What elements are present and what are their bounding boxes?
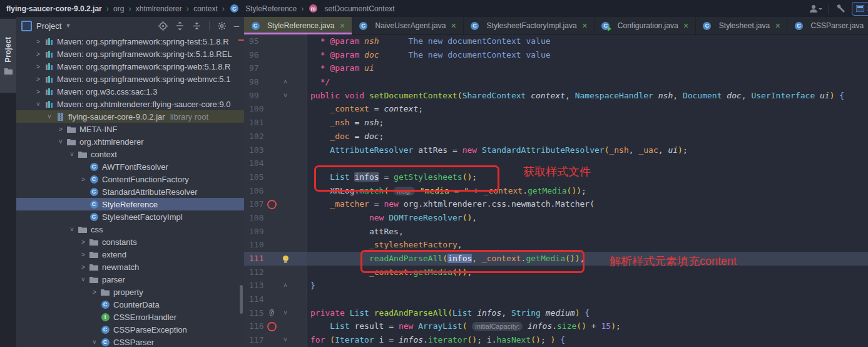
close-icon[interactable]: ✕ — [582, 22, 588, 30]
tree-item-stylereference[interactable]: CStyleReference — [16, 198, 244, 210]
code-line-95[interactable]: 95 * @param nsh The new documentContext … — [244, 34, 868, 48]
tab-cssparser-java[interactable]: CCSSParser.java✕ — [787, 17, 868, 34]
gutter[interactable]: 103 — [244, 143, 307, 157]
chevron-right-icon[interactable]: ˃ — [89, 289, 100, 296]
gutter[interactable]: 109 — [244, 225, 307, 239]
chevron-down-icon[interactable]: ˅ — [33, 101, 44, 108]
code-line-98[interactable]: 98˄ */ — [244, 75, 868, 89]
chevron-right-icon[interactable]: ˃ — [33, 38, 44, 45]
tree-item-maven-org-springframework-spring-web-5-1[interactable]: ˃Maven: org.springframework:spring-web:5… — [16, 60, 244, 73]
gutter[interactable]: 107 — [244, 197, 307, 211]
tree-item-org-xhtmlrenderer[interactable]: ˅org.xhtmlrenderer — [16, 135, 244, 148]
tree-item-maven-org-springframework-spring-tx-5-1-[interactable]: ˃Maven: org.springframework:spring-tx:5.… — [16, 48, 244, 60]
tree-item-counterdata[interactable]: CCounterData — [16, 298, 244, 311]
code-line-109[interactable]: 109 attRes, — [244, 225, 868, 239]
user-icon[interactable] — [809, 4, 822, 13]
breakpoint-icon[interactable] — [267, 197, 277, 211]
gutter[interactable]: 101 — [244, 116, 307, 130]
tree-item-meta-inf[interactable]: ˃META-INF — [16, 123, 244, 135]
tree-item-property[interactable]: ˃property — [16, 286, 244, 298]
code-line-111[interactable]: 111 readAndParseAll(infos, _context.getM… — [244, 252, 868, 266]
tree-item-css[interactable]: ˅css — [16, 223, 244, 236]
tree-item-parser[interactable]: ˅parser — [16, 273, 244, 286]
tab-configuration-java[interactable]: CConfiguration.java✕ — [595, 17, 696, 34]
fold-icon[interactable]: ˅ — [280, 89, 290, 103]
breakpoint-icon[interactable] — [267, 319, 277, 333]
hide-icon[interactable]: – — [234, 23, 239, 29]
close-icon[interactable]: ✕ — [683, 22, 689, 30]
tree-item-cssparseexception[interactable]: CCSSParseException — [16, 323, 244, 336]
gutter[interactable]: 99˅ — [244, 89, 307, 103]
chevron-right-icon[interactable]: ˃ — [78, 264, 89, 271]
tab-stylesheet-java[interactable]: CStylesheet.java✕ — [696, 17, 788, 34]
chevron-down-icon[interactable]: ˅ — [89, 339, 100, 346]
gutter[interactable]: 106 — [244, 184, 307, 198]
chevron-down-icon[interactable]: ▼ — [65, 23, 71, 29]
code-line-115[interactable]: 115@˅private List readAndParseAll(List i… — [244, 306, 868, 320]
breadcrumb-item-stylereference[interactable]: CStyleReference — [229, 4, 297, 14]
code-line-113[interactable]: 113˄} — [244, 279, 868, 293]
chevron-down-icon[interactable]: ˅ — [44, 113, 55, 120]
tree-scrollbar[interactable] — [240, 285, 243, 314]
expand-all-icon[interactable] — [175, 21, 185, 31]
code-line-107[interactable]: 107 _matcher = new org.xhtmlrenderer.css… — [244, 197, 868, 211]
breadcrumb-item-xhtmlrenderer[interactable]: xhtmlrenderer — [136, 4, 182, 13]
tree-item-context[interactable]: ˅context — [16, 148, 244, 160]
tab-stylereference-java[interactable]: CStyleReference.java✕ — [244, 17, 352, 34]
gutter[interactable]: 117˅ — [244, 333, 307, 347]
gutter[interactable]: 96 — [244, 48, 307, 62]
locate-icon[interactable] — [158, 21, 168, 31]
gutter[interactable]: 114 — [244, 293, 307, 306]
tree-item-constants[interactable]: ˃constants — [16, 236, 244, 248]
close-icon[interactable]: ✕ — [775, 22, 780, 30]
chevron-right-icon[interactable]: ˃ — [33, 63, 44, 70]
run-configuration[interactable]: S — [852, 2, 868, 16]
code-line-103[interactable]: 103 AttributeResolver attRes = new Stand… — [244, 143, 868, 157]
tree-item-flying-saucer-core-9-0-2-jar[interactable]: ˅flying-saucer-core-9.0.2.jarlibrary roo… — [16, 110, 244, 123]
code-line-97[interactable]: 97 * @param ui — [244, 61, 868, 75]
tree-item-maven-org-w3c-css-sac-1-3[interactable]: ˃Maven: org.w3c.css:sac:1.3 — [16, 85, 244, 98]
gutter[interactable]: 104 — [244, 157, 307, 170]
gutter[interactable]: 102 — [244, 130, 307, 143]
tree-item-contentfunctionfactory[interactable]: ˃CContentFunctionFactory — [16, 173, 244, 185]
breadcrumb-item-flying-saucer-core-9-0-2-jar[interactable]: flying-saucer-core-9.0.2.jar — [6, 4, 102, 13]
code-line-117[interactable]: 117˅for (Iterator i = infos.iterator(); … — [244, 333, 868, 347]
gutter[interactable]: 113˄ — [244, 279, 307, 293]
chevron-right-icon[interactable]: ˃ — [33, 76, 44, 83]
code-area[interactable]: 95 * @param nsh The new documentContext … — [244, 34, 868, 347]
tree-item-extend[interactable]: ˃extend — [16, 248, 244, 261]
tree-item-maven-org-springframework-spring-webmvc-[interactable]: ˃Maven: org.springframework:spring-webmv… — [16, 73, 244, 85]
intention-bulb-icon[interactable] — [280, 252, 290, 266]
fold-icon[interactable]: ˄ — [280, 75, 290, 89]
code-line-101[interactable]: 101 _nsh = nsh; — [244, 116, 868, 130]
fold-icon[interactable]: ˅ — [280, 306, 290, 320]
chevron-right-icon[interactable]: ˃ — [33, 88, 44, 95]
chevron-down-icon[interactable]: ˅ — [66, 151, 78, 158]
gutter[interactable]: 98˄ — [244, 75, 307, 89]
close-icon[interactable]: ✕ — [451, 22, 456, 30]
collapse-all-icon[interactable] — [192, 21, 202, 31]
gutter[interactable]: 100 — [244, 102, 307, 116]
tree-item-awtfontresolver[interactable]: CAWTFontResolver — [16, 160, 244, 173]
code-line-116[interactable]: 116 List result = new ArrayList( initial… — [244, 319, 868, 333]
code-line-99[interactable]: 99˅public void setDocumentContext(Shared… — [244, 89, 868, 103]
fold-icon[interactable]: ˅ — [280, 333, 290, 347]
code-line-102[interactable]: 102 _doc = doc; — [244, 130, 868, 143]
chevron-down-icon[interactable]: ˅ — [66, 226, 78, 233]
fold-icon[interactable]: ˄ — [280, 279, 290, 293]
gutter[interactable]: 108 — [244, 211, 307, 225]
chevron-right-icon[interactable]: ˃ — [55, 126, 66, 133]
code-line-110[interactable]: 110 _stylesheetFactory, — [244, 238, 868, 252]
gutter[interactable]: 111 — [244, 252, 307, 266]
hammer-icon[interactable] — [835, 4, 845, 14]
project-stripe-tab[interactable]: Project — [0, 19, 16, 93]
tree-item-standardattributeresolver[interactable]: CStandardAttributeResolver — [16, 185, 244, 198]
tree-item-maven-org-xhtmlrenderer-flying-saucer-co[interactable]: ˅Maven: org.xhtmlrenderer:flying-saucer-… — [16, 98, 244, 110]
gutter[interactable]: 110 — [244, 238, 307, 252]
code-line-96[interactable]: 96 * @param doc The new documentContext … — [244, 48, 868, 62]
tree-item-maven-org-springframework-spring-test-5-[interactable]: ˃Maven: org.springframework:spring-test:… — [16, 35, 244, 48]
tree-item-csserrorhandler[interactable]: ICSSErrorHandler — [16, 311, 244, 323]
code-line-104[interactable]: 104 — [244, 157, 868, 170]
gutter[interactable]: 97 — [244, 61, 307, 75]
tab-naiveuseragent-java[interactable]: CNaiveUserAgent.java✕ — [352, 17, 464, 34]
